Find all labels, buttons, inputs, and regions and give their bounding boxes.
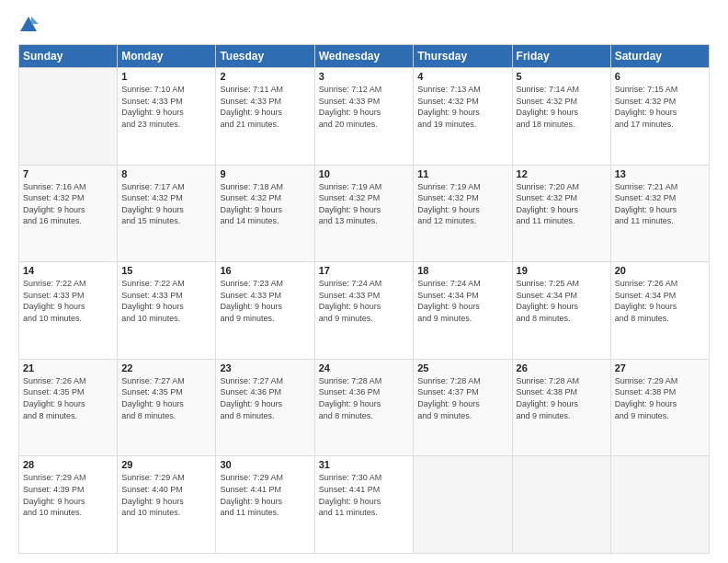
day-number: 19	[517, 265, 607, 276]
calendar-cell	[610, 456, 709, 554]
day-number: 31	[319, 459, 410, 470]
day-number: 15	[121, 265, 211, 276]
day-number: 21	[23, 362, 113, 373]
day-info: Sunrise: 7:13 AM Sunset: 4:32 PM Dayligh…	[417, 84, 507, 130]
day-number: 25	[417, 362, 507, 373]
day-number: 4	[417, 71, 507, 82]
calendar-cell: 26Sunrise: 7:28 AM Sunset: 4:38 PM Dayli…	[512, 359, 610, 456]
calendar-cell: 11Sunrise: 7:19 AM Sunset: 4:32 PM Dayli…	[414, 165, 512, 262]
calendar-week-4: 21Sunrise: 7:26 AM Sunset: 4:35 PM Dayli…	[19, 359, 710, 456]
calendar-cell: 21Sunrise: 7:26 AM Sunset: 4:35 PM Dayli…	[19, 359, 118, 456]
calendar-cell: 7Sunrise: 7:16 AM Sunset: 4:32 PM Daylig…	[19, 165, 118, 262]
calendar-cell: 14Sunrise: 7:22 AM Sunset: 4:33 PM Dayli…	[19, 262, 118, 360]
day-info: Sunrise: 7:17 AM Sunset: 4:32 PM Dayligh…	[121, 181, 211, 227]
calendar-cell: 6Sunrise: 7:15 AM Sunset: 4:32 PM Daylig…	[610, 68, 709, 166]
day-info: Sunrise: 7:23 AM Sunset: 4:33 PM Dayligh…	[220, 278, 310, 324]
calendar-cell	[512, 456, 610, 554]
day-number: 26	[517, 362, 607, 373]
day-number: 2	[220, 71, 310, 82]
day-info: Sunrise: 7:30 AM Sunset: 4:41 PM Dayligh…	[319, 472, 410, 518]
calendar-cell: 15Sunrise: 7:22 AM Sunset: 4:33 PM Dayli…	[118, 262, 216, 360]
day-number: 24	[319, 362, 410, 373]
calendar-cell: 20Sunrise: 7:26 AM Sunset: 4:34 PM Dayli…	[610, 262, 709, 360]
day-number: 14	[23, 265, 113, 276]
calendar-dow-thursday: Thursday	[414, 45, 512, 68]
day-info: Sunrise: 7:28 AM Sunset: 4:38 PM Dayligh…	[517, 375, 607, 421]
calendar-cell: 31Sunrise: 7:30 AM Sunset: 4:41 PM Dayli…	[314, 456, 414, 554]
day-number: 20	[615, 265, 705, 276]
day-info: Sunrise: 7:29 AM Sunset: 4:38 PM Dayligh…	[615, 375, 705, 421]
day-info: Sunrise: 7:24 AM Sunset: 4:34 PM Dayligh…	[417, 278, 507, 324]
day-info: Sunrise: 7:27 AM Sunset: 4:36 PM Dayligh…	[220, 375, 310, 421]
calendar-dow-monday: Monday	[118, 45, 216, 68]
calendar-cell: 5Sunrise: 7:14 AM Sunset: 4:32 PM Daylig…	[512, 68, 610, 166]
calendar-dow-wednesday: Wednesday	[314, 45, 414, 68]
header	[18, 15, 710, 35]
day-number: 18	[417, 265, 507, 276]
calendar-cell: 30Sunrise: 7:29 AM Sunset: 4:41 PM Dayli…	[216, 456, 314, 554]
calendar-cell: 22Sunrise: 7:27 AM Sunset: 4:35 PM Dayli…	[118, 359, 216, 456]
day-info: Sunrise: 7:12 AM Sunset: 4:33 PM Dayligh…	[319, 84, 410, 130]
day-info: Sunrise: 7:22 AM Sunset: 4:33 PM Dayligh…	[23, 278, 113, 324]
day-number: 1	[121, 71, 211, 82]
calendar-cell: 27Sunrise: 7:29 AM Sunset: 4:38 PM Dayli…	[610, 359, 709, 456]
logo	[18, 15, 40, 35]
day-info: Sunrise: 7:20 AM Sunset: 4:32 PM Dayligh…	[517, 181, 607, 227]
calendar-cell: 13Sunrise: 7:21 AM Sunset: 4:32 PM Dayli…	[610, 165, 709, 262]
calendar-cell: 3Sunrise: 7:12 AM Sunset: 4:33 PM Daylig…	[314, 68, 414, 166]
day-number: 17	[319, 265, 410, 276]
day-number: 5	[517, 71, 607, 82]
calendar-cell: 12Sunrise: 7:20 AM Sunset: 4:32 PM Dayli…	[512, 165, 610, 262]
calendar-cell: 24Sunrise: 7:28 AM Sunset: 4:36 PM Dayli…	[314, 359, 414, 456]
day-number: 27	[615, 362, 705, 373]
page: SundayMondayTuesdayWednesdayThursdayFrid…	[0, 0, 728, 563]
day-number: 12	[517, 168, 607, 179]
day-info: Sunrise: 7:21 AM Sunset: 4:32 PM Dayligh…	[615, 181, 705, 227]
calendar-cell: 10Sunrise: 7:19 AM Sunset: 4:32 PM Dayli…	[314, 165, 414, 262]
calendar-cell: 18Sunrise: 7:24 AM Sunset: 4:34 PM Dayli…	[414, 262, 512, 360]
calendar-week-3: 14Sunrise: 7:22 AM Sunset: 4:33 PM Dayli…	[19, 262, 710, 360]
day-info: Sunrise: 7:29 AM Sunset: 4:40 PM Dayligh…	[121, 472, 211, 518]
day-info: Sunrise: 7:15 AM Sunset: 4:32 PM Dayligh…	[615, 84, 705, 130]
calendar-dow-tuesday: Tuesday	[216, 45, 314, 68]
day-info: Sunrise: 7:27 AM Sunset: 4:35 PM Dayligh…	[121, 375, 211, 421]
day-info: Sunrise: 7:28 AM Sunset: 4:36 PM Dayligh…	[319, 375, 410, 421]
calendar-cell: 1Sunrise: 7:10 AM Sunset: 4:33 PM Daylig…	[118, 68, 216, 166]
day-number: 22	[121, 362, 211, 373]
day-number: 9	[220, 168, 310, 179]
calendar-cell: 25Sunrise: 7:28 AM Sunset: 4:37 PM Dayli…	[414, 359, 512, 456]
calendar-table: SundayMondayTuesdayWednesdayThursdayFrid…	[18, 44, 710, 554]
day-number: 11	[417, 168, 507, 179]
day-info: Sunrise: 7:14 AM Sunset: 4:32 PM Dayligh…	[517, 84, 607, 130]
day-info: Sunrise: 7:26 AM Sunset: 4:34 PM Dayligh…	[615, 278, 705, 324]
calendar-cell: 29Sunrise: 7:29 AM Sunset: 4:40 PM Dayli…	[118, 456, 216, 554]
day-info: Sunrise: 7:29 AM Sunset: 4:41 PM Dayligh…	[220, 472, 310, 518]
day-info: Sunrise: 7:24 AM Sunset: 4:33 PM Dayligh…	[319, 278, 410, 324]
calendar-week-5: 28Sunrise: 7:29 AM Sunset: 4:39 PM Dayli…	[19, 456, 710, 554]
calendar-cell: 4Sunrise: 7:13 AM Sunset: 4:32 PM Daylig…	[414, 68, 512, 166]
day-number: 6	[615, 71, 705, 82]
calendar-header-row: SundayMondayTuesdayWednesdayThursdayFrid…	[19, 45, 710, 68]
calendar-cell: 28Sunrise: 7:29 AM Sunset: 4:39 PM Dayli…	[19, 456, 118, 554]
calendar-dow-friday: Friday	[512, 45, 610, 68]
day-number: 29	[121, 459, 211, 470]
calendar-cell: 16Sunrise: 7:23 AM Sunset: 4:33 PM Dayli…	[216, 262, 314, 360]
day-info: Sunrise: 7:19 AM Sunset: 4:32 PM Dayligh…	[319, 181, 410, 227]
calendar-week-2: 7Sunrise: 7:16 AM Sunset: 4:32 PM Daylig…	[19, 165, 710, 262]
day-number: 10	[319, 168, 410, 179]
logo-icon	[18, 15, 39, 35]
calendar-cell: 9Sunrise: 7:18 AM Sunset: 4:32 PM Daylig…	[216, 165, 314, 262]
calendar-cell: 19Sunrise: 7:25 AM Sunset: 4:34 PM Dayli…	[512, 262, 610, 360]
day-number: 30	[220, 459, 310, 470]
day-number: 7	[23, 168, 113, 179]
svg-marker-1	[31, 17, 39, 24]
calendar-cell: 17Sunrise: 7:24 AM Sunset: 4:33 PM Dayli…	[314, 262, 414, 360]
day-info: Sunrise: 7:29 AM Sunset: 4:39 PM Dayligh…	[23, 472, 113, 518]
calendar-cell: 2Sunrise: 7:11 AM Sunset: 4:33 PM Daylig…	[216, 68, 314, 166]
day-number: 8	[121, 168, 211, 179]
calendar-dow-sunday: Sunday	[19, 45, 118, 68]
day-number: 28	[23, 459, 113, 470]
day-number: 3	[319, 71, 410, 82]
calendar-cell	[19, 68, 118, 166]
day-info: Sunrise: 7:22 AM Sunset: 4:33 PM Dayligh…	[121, 278, 211, 324]
